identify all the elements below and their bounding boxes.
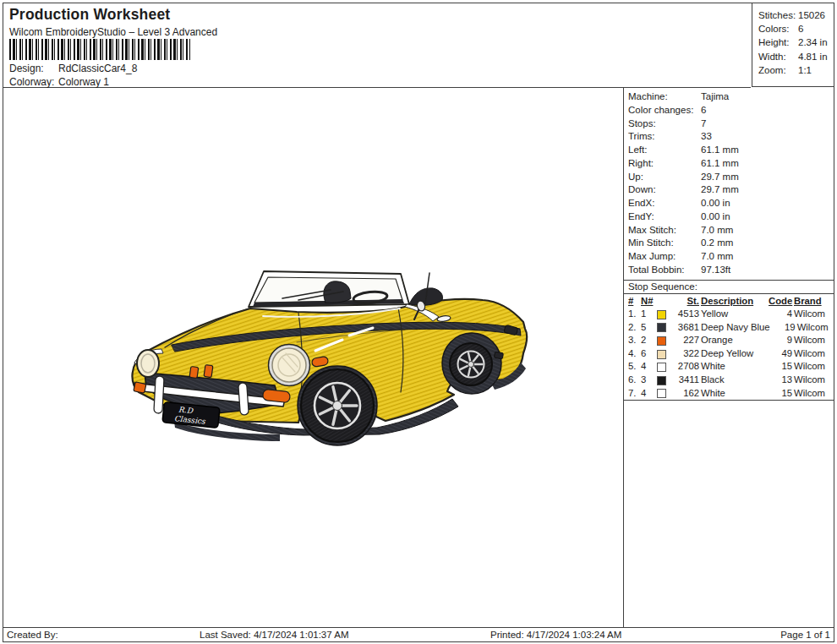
stop-sequence-row: 4.6322Deep Yellow49Wilcom [628,347,831,361]
stop-cell-description: Orange [701,334,767,347]
machine-info-row: Color changes:6 [624,104,834,117]
headlight-left [137,350,159,377]
stop-cell-description: White [701,387,767,401]
machine-info-row-label: Color changes: [628,104,701,117]
stop-cell-stitches: 3681 [671,321,699,335]
printed-text: Printed: 4/17/2024 1:03:24 AM [490,630,621,640]
stop-cell-stitches: 227 [671,334,699,347]
footer-bar: Created By: Last Saved: 4/17/2024 1:01:3… [3,627,834,642]
stop-cell-num: 2. [628,321,639,335]
stop-sequence-row: 1.14513Yellow4Wilcom [628,308,831,321]
stop-cell-needle: 1 [641,308,655,321]
machine-info-row-value: 29.7 mm [701,183,739,197]
machine-info-row: Right:61.1 mm [624,157,834,171]
stop-cell-code: 15 [769,360,792,374]
stop-cell-brand: Wilcom [794,374,831,387]
machine-info-row: Max Stitch:7.0 mm [624,224,834,237]
machine-info-row: Min Stitch:0.2 mm [624,237,834,250]
rear-wheel [450,343,492,385]
colorway-label: Colorway: [9,76,58,88]
stop-cell-code: 15 [769,387,792,401]
page-title: Production Worksheet [9,6,170,24]
design-name-row: Design: RdClassicCar4_8 [9,63,137,74]
colorway-value: Colorway 1 [58,76,109,88]
design-preview-area: R.D Classics [3,88,623,627]
stop-cell-code: 49 [769,347,792,361]
stop-cell-description: Black [701,374,767,387]
machine-info-row: EndX:0.00 in [624,197,834,210]
stop-cell-brand: Wilcom [797,321,834,335]
header-section: Production Worksheet Wilcom EmbroiderySt… [3,3,751,88]
stop-cell-brand: Wilcom [794,347,831,361]
thread-color-swatch [657,323,666,332]
stop-cell-num: 7. [628,387,639,401]
stat-row-value: 2.34 in [798,35,828,49]
stop-sequence-row: 7.4162White15Wilcom [628,387,831,401]
machine-info-row-value: 33 [701,130,712,144]
stat-row: Height:2.34 in [752,35,834,49]
grille-indicator-right [204,365,213,378]
machine-info-row-label: Max Jump: [628,250,701,264]
grille-indicator-left [189,367,199,379]
machine-info-row-value: 61.1 mm [701,144,739,157]
machine-info-row: Stops:7 [624,117,834,131]
thread-color-swatch [657,376,666,385]
stop-cell-description: Deep Yellow [701,347,767,361]
stop-cell-stitches: 3411 [671,374,699,387]
stop-cell-needle: 6 [641,347,655,361]
stop-col-header: N# [641,295,655,308]
stat-row-label: Width: [758,50,798,63]
machine-info-row-label: Trims: [628,130,701,144]
stop-cell-brand: Wilcom [794,308,831,321]
stat-row-value: 1:1 [798,63,812,77]
stat-row: Width:4.81 in [752,50,834,63]
stop-cell-brand: Wilcom [794,387,831,401]
stop-cell-brand: Wilcom [794,334,831,347]
machine-info-row: Max Jump:7.0 mm [624,250,834,264]
machine-info-row-value: 6 [701,104,706,117]
stop-cell-stitches: 322 [671,347,699,361]
stop-col-header: Code [769,295,792,308]
last-saved-text: Last Saved: 4/17/2024 1:01:37 AM [200,630,348,640]
machine-info-row-label: Left: [628,144,701,157]
stat-row-value: 4.81 in [798,50,828,63]
machine-info-row-value: 97.13ft [701,264,730,277]
rear-marker [494,352,503,359]
stop-cell-code: 13 [769,374,792,387]
stop-cell-description: Yellow [701,308,767,321]
stop-cell-needle: 2 [641,334,655,347]
stop-col-header: St. [671,295,699,308]
stat-row: Stitches:15026 [752,8,834,22]
design-barcode [9,39,190,60]
headlight-main [269,345,310,386]
machine-info-rows: Machine:TajimaColor changes:6Stops:7Trim… [624,88,834,277]
thread-color-swatch [657,363,666,372]
stop-cell-num: 6. [628,374,639,387]
plate-text-line1: R.D [178,405,194,415]
stop-col-header: Brand [794,295,831,308]
machine-info-row-value: Tajima [701,90,729,104]
machine-info-row: Left:61.1 mm [624,144,834,157]
stop-sequence-row: 6.33411Black13Wilcom [628,374,831,387]
stop-table-header: #N#St.DescriptionCodeBrand [628,295,831,308]
stop-col-header: Description [701,295,767,308]
machine-info-row-label: Machine: [628,90,701,104]
machine-info-row-label: Min Stitch: [628,237,701,250]
colorway-row: Colorway: Colorway 1 [9,76,109,88]
front-wheel [301,369,374,442]
machine-info-row: EndY:0.00 in [624,210,834,224]
stop-cell-stitches: 4513 [671,308,699,321]
stat-row-label: Height: [758,35,798,49]
machine-info-row-label: EndX: [628,197,701,210]
stat-row-label: Stitches: [758,8,798,22]
stop-cell-code: 19 [772,321,796,335]
machine-info-row-value: 29.7 mm [701,171,739,184]
machine-info-row-label: EndY: [628,210,701,224]
stop-cell-needle: 4 [641,387,655,401]
bumper-guard-right [238,383,249,416]
machine-info-row-value: 61.1 mm [701,157,739,171]
machine-info-row-label: Max Stitch: [628,224,701,237]
stop-cell-stitches: 2708 [671,360,699,374]
machine-info-panel: Machine:TajimaColor changes:6Stops:7Trim… [623,88,834,627]
machine-info-row-value: 7.0 mm [701,250,733,264]
